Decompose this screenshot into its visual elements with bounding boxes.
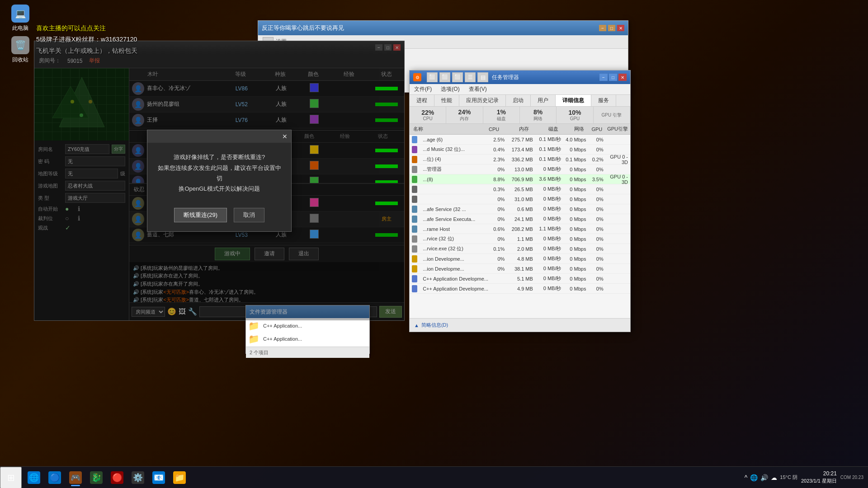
taskbar-pinned-apps: 🌐 🔵 🎮 🐉 🔴 ⚙️ 📧 📁 bbox=[22, 468, 192, 488]
file-explorer-status: 2 个项目 bbox=[246, 347, 369, 358]
process-row[interactable]: ...rame Host 0.6% 208.2 MB 1.1 MB/秒 0 Mb… bbox=[410, 224, 630, 234]
process-row[interactable]: ...ion Developme... 0% 38.1 MB 0 MB/秒 0 … bbox=[410, 264, 630, 274]
taskbar-app-game1[interactable]: 🎮 bbox=[66, 468, 85, 488]
tab-processes[interactable]: 进程 bbox=[410, 95, 434, 106]
taskman-title-text: 任务管理器 bbox=[492, 74, 596, 81]
tool-icon-1[interactable]: ⬜ bbox=[427, 72, 438, 82]
process-row[interactable]: ...age (6) 2.5% 275.7 MB 0.1 MB/秒 4.0 Mb… bbox=[410, 135, 630, 145]
process-row[interactable]: C++ Application Developme... 5.1 MB 0 MB… bbox=[410, 274, 630, 284]
process-row[interactable]: ...位) (4) 2.3% 336.2 MB 0.1 MB/秒 0.1 Mbp… bbox=[410, 155, 630, 164]
process-icon bbox=[412, 136, 417, 143]
taskbar-app-settings[interactable]: ⚙️ bbox=[128, 468, 148, 488]
process-row[interactable]: ...afe Service Executa... 0% 24.1 MB 0 M… bbox=[410, 214, 630, 224]
process-row[interactable]: ...(8) 8.8% 706.9 MB 3.6 MB/秒 0 Mbps 3.5… bbox=[410, 174, 630, 184]
tab-performance[interactable]: 性能 bbox=[434, 95, 459, 106]
process-mem: 4.8 MB bbox=[508, 256, 537, 262]
taskbar-app-game2[interactable]: 🐉 bbox=[86, 468, 106, 488]
taskbar-app-edge[interactable]: 🔵 bbox=[45, 468, 65, 488]
process-disk: 3.6 MB/秒 bbox=[537, 176, 565, 183]
process-icon bbox=[412, 146, 417, 153]
process-name: ...afe Service Executa... bbox=[419, 216, 489, 222]
process-row[interactable]: ...rvice (32 位) 0% 1.1 MB 0 MB/秒 0 Mbps … bbox=[410, 234, 630, 244]
folder-label: C++ Application... bbox=[263, 323, 302, 328]
file-item-2[interactable]: 📁 C++ Application... bbox=[248, 333, 367, 344]
tab-details[interactable]: 详细信息 bbox=[556, 95, 591, 106]
taskman-maximize-btn[interactable]: □ bbox=[609, 74, 617, 81]
taskman-close-btn[interactable]: ✕ bbox=[618, 74, 627, 81]
process-table-header: 名称 CPU 内存 磁盘 网络 GPU GPU引擎 bbox=[410, 124, 630, 135]
my-computer-icon: 💻 bbox=[11, 5, 29, 23]
gpu-label: GPU bbox=[570, 116, 580, 121]
menu-view[interactable]: 查看(V) bbox=[464, 84, 491, 94]
process-mem: 5.1 MB bbox=[508, 276, 537, 282]
file-item-1[interactable]: 📁 C++ Application... bbox=[248, 320, 367, 331]
gpu-value: 10% bbox=[568, 109, 581, 116]
tab-app-history[interactable]: 应用历史记录 bbox=[459, 95, 506, 106]
cancel-btn[interactable]: 取消 bbox=[234, 208, 264, 222]
dialog-close-btn[interactable]: ✕ bbox=[282, 133, 288, 140]
process-row[interactable]: C++ Application Developme... 4.9 MB 0 MB… bbox=[410, 284, 630, 294]
reconnect-btn[interactable]: 断线重连(29) bbox=[174, 208, 227, 222]
process-cpu: 0% bbox=[489, 216, 509, 222]
tool-icon-2[interactable]: ⬜ bbox=[439, 72, 450, 82]
settings-minimize-btn[interactable]: − bbox=[599, 25, 606, 31]
tray-chevron-icon[interactable]: ^ bbox=[745, 474, 748, 481]
menu-options[interactable]: 选项(O) bbox=[436, 84, 464, 94]
process-disk: 0 MB/秒 bbox=[537, 285, 565, 292]
process-cpu: 2.5% bbox=[489, 137, 509, 142]
taskman-toolbar-icons: ⬜ ⬜ ⬜ ☰ ▤ bbox=[427, 72, 488, 82]
taskbar-app-game3[interactable]: 🔴 bbox=[107, 468, 127, 488]
process-icon bbox=[412, 196, 417, 203]
process-row[interactable]: ...rvice.exe (32 位) 0.1% 2.0 MB 0 MB/秒 0… bbox=[410, 244, 630, 254]
tool-icon-5[interactable]: ▤ bbox=[477, 72, 488, 82]
process-row[interactable]: ...afe Service (32 ... 0% 0.6 MB 0 MB/秒 … bbox=[410, 204, 630, 214]
settings-maximize-btn[interactable]: □ bbox=[608, 25, 615, 31]
process-row[interactable]: 0.3% 26.5 MB 0 MB/秒 0 Mbps 0% bbox=[410, 184, 630, 194]
process-disk: 0 MB/秒 bbox=[537, 186, 565, 192]
process-disk: 0.1 MB/秒 bbox=[537, 136, 565, 143]
taskbar-app-browser[interactable]: 🌐 bbox=[24, 468, 44, 488]
my-computer-label: 此电脑 bbox=[12, 24, 28, 32]
tool-icon-4[interactable]: ☰ bbox=[465, 72, 476, 82]
process-icon bbox=[412, 186, 417, 193]
tray-clock[interactable]: 20:21 2023/1/1 星期日 bbox=[801, 470, 837, 484]
desktop-icon-recycle[interactable]: 🗑️ 回收站 bbox=[5, 36, 36, 64]
col-header-gpueng: GPU引擎 bbox=[604, 126, 630, 132]
tool-icon-3[interactable]: ⬜ bbox=[452, 72, 463, 82]
process-cpu: 0% bbox=[489, 206, 509, 212]
menu-file[interactable]: 文件(F) bbox=[410, 84, 436, 94]
process-row[interactable]: ...ion Developme... 0% 4.8 MB 0 MB/秒 0 M… bbox=[410, 254, 630, 264]
process-name: C++ Application Developme... bbox=[419, 276, 489, 282]
process-net: 0 Mbps bbox=[565, 226, 590, 232]
folder-icon-2: 📁 bbox=[248, 333, 259, 344]
process-mem: 31.0 MB bbox=[508, 197, 537, 202]
process-net: 0 Mbps bbox=[565, 167, 590, 172]
process-icon bbox=[412, 156, 417, 163]
tray-sound-icon[interactable]: 🔊 bbox=[760, 474, 768, 481]
process-name: ...位) (4) bbox=[419, 156, 489, 163]
taskbar-app-mail[interactable]: 📧 bbox=[149, 468, 169, 488]
process-gpu: 0% bbox=[590, 197, 605, 202]
settings-close-btn[interactable]: ✕ bbox=[617, 25, 624, 31]
start-button[interactable]: ⊞ bbox=[0, 467, 22, 488]
process-mem: 38.1 MB bbox=[508, 266, 537, 272]
stat-disk: 1% 磁盘 bbox=[483, 107, 520, 123]
process-net: 0 Mbps bbox=[565, 236, 590, 242]
tray-network-icon[interactable]: 🌐 bbox=[750, 474, 758, 481]
process-row[interactable]: ...管理器 0% 13.0 MB 0 MB/秒 0 Mbps 0% bbox=[410, 164, 630, 174]
process-row[interactable]: ...d Music (32 位)... 0.4% 173.4 MB 0.1 M… bbox=[410, 145, 630, 155]
taskbar-app-files[interactable]: 📁 bbox=[170, 468, 189, 488]
tab-users[interactable]: 用户 bbox=[531, 95, 556, 106]
process-name: ...管理器 bbox=[419, 166, 489, 173]
desktop-icon-my-computer[interactable]: 💻 此电脑 bbox=[5, 5, 36, 32]
process-gpu: 0% bbox=[590, 246, 605, 252]
process-table[interactable]: 名称 CPU 内存 磁盘 网络 GPU GPU引擎 ...age (6) 2.5… bbox=[410, 124, 630, 318]
expand-btn[interactable]: ▲ 简略信息(D) bbox=[414, 322, 448, 328]
folder-icon: 📁 bbox=[248, 320, 259, 331]
tray-weather-icon[interactable]: ☁ bbox=[771, 474, 777, 481]
process-row[interactable]: 0% 31.0 MB 0 MB/秒 0 Mbps 0% bbox=[410, 194, 630, 204]
tab-startup[interactable]: 启动 bbox=[506, 95, 531, 106]
taskman-minimize-btn[interactable]: − bbox=[599, 74, 608, 81]
col-header-gpu: GPU bbox=[588, 127, 604, 132]
tab-services[interactable]: 服务 bbox=[591, 95, 616, 106]
